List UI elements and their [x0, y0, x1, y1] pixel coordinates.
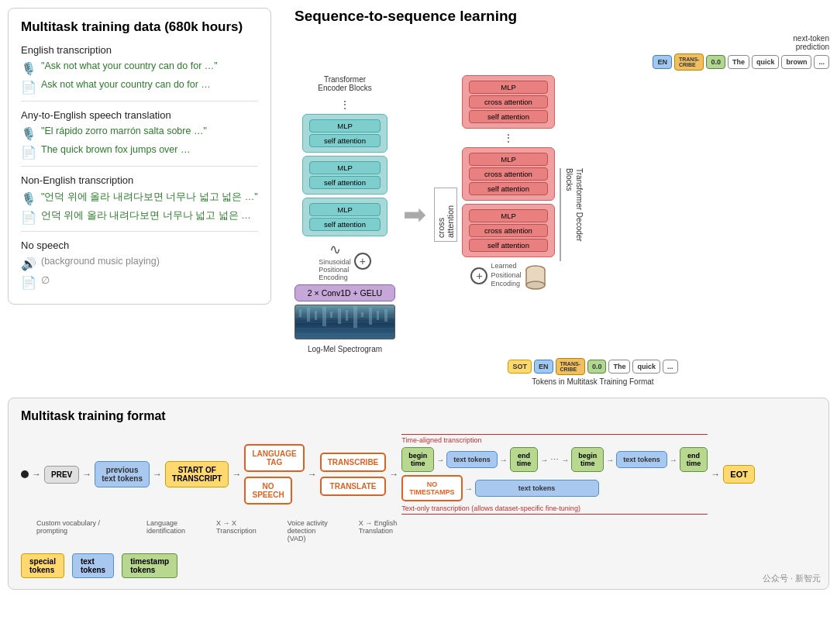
- prev-node: PREV: [44, 466, 79, 484]
- custom-vocab-label: Custom vocabulary /prompting: [36, 519, 100, 542]
- output-token-quick: quick: [752, 55, 780, 69]
- text-tokens-node-1: text tokens: [446, 451, 498, 468]
- svg-rect-14: [361, 312, 363, 317]
- doc-icon-2: 📄: [21, 145, 36, 160]
- non-english-trans-row: 📄 언덕 위에 올라 내려다보면 너무나 넓고 넓은 …: [21, 209, 258, 225]
- token-dots-input: ...: [663, 360, 678, 374]
- no-timestamps-row: NOTIMESTAMPS → text tokens: [401, 475, 708, 501]
- encoder-mlp-1: MLP: [309, 119, 381, 133]
- watermark: 公众号 · 新智元: [763, 573, 821, 584]
- legend-text-tokens: texttokens: [72, 553, 114, 578]
- arrow-2: →: [82, 469, 91, 480]
- output-token-transcribe: TRANS-CRIBE: [674, 53, 704, 71]
- any-english-speech-text: "El rápido zorro marrón salta sobre …": [41, 126, 207, 136]
- sinus-label: SinusoidalPositionalEncoding: [319, 258, 351, 281]
- translate-node: TRANSLATE: [320, 477, 387, 496]
- time-tokens-row: begintime → text tokens → endtime → ⋯ → …: [401, 447, 708, 472]
- no-speech-node: NOSPEECH: [244, 477, 291, 505]
- output-token-00: 0.0: [706, 55, 725, 69]
- output-token-brown: brown: [781, 55, 811, 69]
- tokens-label: Tokens in Multitask Training Format: [532, 377, 653, 386]
- svg-rect-15: [369, 308, 372, 325]
- doc-icon: 📄: [21, 80, 36, 95]
- divider-2: [21, 166, 258, 167]
- token-quick: quick: [632, 360, 660, 374]
- legend: specialtokens texttokens timestamptokens: [21, 553, 816, 578]
- arr-tt: →: [500, 456, 508, 464]
- cross-attention-label: cross attention: [434, 188, 457, 242]
- decoder-mlp-1: MLP: [469, 81, 548, 94]
- begin-time-node-2: begintime: [571, 447, 604, 472]
- seq-title: Sequence-to-sequence learning: [294, 8, 829, 25]
- speaker-icon-4: 🔊: [21, 257, 36, 271]
- no-speech-text: (background music playing): [41, 256, 160, 267]
- arr-et: →: [540, 456, 548, 464]
- legend-timestamp-tokens: timestamptokens: [122, 553, 177, 578]
- decoder-block-3: MLP cross attention self attention: [462, 204, 555, 257]
- vad-label: Voice activitydetection(VAD): [288, 519, 328, 542]
- prev-text-node: previoustext tokens: [95, 461, 150, 487]
- spectrogram: [294, 305, 395, 339]
- svg-rect-11: [338, 308, 341, 324]
- encoder-self-attn-1: self attention: [309, 134, 381, 147]
- flow-diagram-container: → PREV → previoustext tokens → START OFT…: [21, 434, 816, 542]
- dots-flow: ⋯: [550, 455, 559, 465]
- lang-id-label: Languageidentification: [146, 519, 185, 542]
- sot-node: START OFTRANSCRIPT: [165, 461, 229, 487]
- encoder-mlp-3: MLP: [309, 203, 381, 216]
- start-dot: [21, 470, 29, 478]
- text-tokens-node-2: text tokens: [616, 451, 667, 468]
- output-token-dots: ...: [814, 55, 829, 69]
- decoder-cross-attn-1: cross attention: [469, 95, 548, 108]
- decoder-section: MLP cross attention self attention ⋮ MLP…: [462, 75, 555, 289]
- plus-circle-encoder: +: [354, 253, 371, 270]
- time-aligned-text: Time-aligned transcription: [401, 436, 481, 444]
- arr-nt: →: [465, 484, 473, 493]
- no-speech-trans-row: 📄 ∅: [21, 274, 258, 290]
- speaker-icon: 🎙️: [21, 61, 36, 76]
- encoder-block-3: MLP self attention: [302, 198, 388, 236]
- token-transcribe: TRANS-CRIBE: [556, 358, 585, 375]
- svg-rect-12: [346, 310, 348, 321]
- decoder-block-2: MLP cross attention self attention: [462, 147, 555, 201]
- decoder-mlp-2: MLP: [469, 153, 548, 166]
- left-panel-title: Multitask training data (680k hours): [21, 19, 258, 35]
- doc-icon-4: 📄: [21, 275, 36, 290]
- input-token-row: SOT EN TRANS-CRIBE 0.0 The quick ...: [508, 358, 677, 375]
- learned-pos-label: LearnedPositionalEncoding: [491, 262, 521, 289]
- section-any-english: Any-to-English speech translation: [21, 109, 258, 121]
- arr-bt: →: [436, 456, 444, 464]
- no-timestamps-node: NOTIMESTAMPS: [401, 475, 462, 501]
- decoder-self-attn-1: self attention: [469, 110, 548, 123]
- arr-bt2: →: [606, 456, 614, 464]
- decoder-label: Transformer Decoder Blocks: [560, 168, 584, 261]
- decoder-self-attn-3: self attention: [469, 239, 548, 252]
- section-english: English transcription: [21, 44, 258, 56]
- encoder-section: TransformerEncoder Blocks ⋮ MLP self att…: [294, 75, 395, 353]
- decoder-self-attn-2: self attention: [469, 182, 548, 195]
- english-trans-row: 📄 Ask not what your country can do for …: [21, 79, 258, 95]
- decoder-dots: ⋮: [503, 132, 514, 144]
- token-00: 0.0: [587, 360, 607, 374]
- lang-tag-node: LANGUAGETAG: [244, 444, 304, 472]
- end-time-node: endtime: [510, 447, 539, 472]
- sinus-icon: ∿: [329, 241, 341, 258]
- encoder-dots-top: ⋮: [339, 98, 350, 111]
- arrow-5: →: [308, 469, 317, 480]
- non-english-trans-text: 언덕 위에 올라 내려다보면 너무나 넓고 넓은 …: [41, 209, 251, 222]
- token-sot: SOT: [508, 360, 532, 374]
- english-speech-row: 🎙️ "Ask not what your country can do for…: [21, 60, 258, 76]
- eot-node: EOT: [723, 465, 755, 484]
- legend-special-tokens: specialtokens: [21, 553, 64, 578]
- svg-point-20: [526, 281, 545, 289]
- bottom-title: Multitask training format: [21, 409, 816, 423]
- decoder-cross-attn-2: cross attention: [469, 167, 548, 181]
- arrow-final: →: [711, 469, 720, 480]
- arrow-3: →: [153, 469, 162, 480]
- any-english-trans-row: 📄 The quick brown fox jumps over …: [21, 144, 258, 160]
- big-arrow: ➡: [403, 198, 426, 231]
- decoder-mlp-3: MLP: [469, 209, 548, 222]
- svg-rect-7: [307, 308, 310, 322]
- main-flow-row: → PREV → previoustext tokens → START OFT…: [21, 434, 816, 515]
- end-time-node-2: endtime: [680, 447, 708, 472]
